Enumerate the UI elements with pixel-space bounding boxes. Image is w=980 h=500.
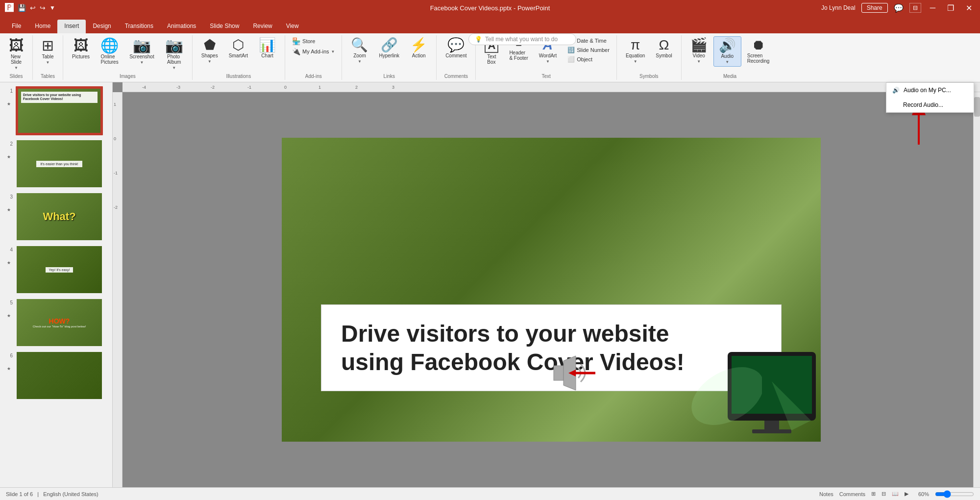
slide-image-6[interactable] [16,351,103,400]
share-button[interactable]: Share [861,3,888,13]
minimize-btn[interactable]: ─ [927,2,938,13]
comment-button[interactable]: 💬 Comment [441,36,471,60]
restore-btn[interactable]: ❐ [944,2,957,14]
comments-group-label: Comments [444,74,468,79]
equation-button[interactable]: π Equation ▼ [621,36,650,66]
slide-star-4: ★ [7,260,11,265]
smartart-icon: ⬡ [232,38,244,52]
slide-thumb-6[interactable]: 6 ★ [4,351,108,400]
zoom-button[interactable]: 🔍 Zoom ▼ [346,36,373,66]
record-audio-item[interactable]: Record Audio... [886,98,974,112]
slide-sorter-btn[interactable]: ⊟ [882,491,886,497]
ribbon-display-btn[interactable]: ⊟ [909,3,921,13]
slide-image-1[interactable]: Drive visitors to your website using Fac… [16,86,103,135]
window-controls: Jo Lynn Deal Share 💬 ⊟ ─ ❐ ✕ [821,2,975,14]
slide-thumb-4[interactable]: 4 ★ Yep! It's easy! [4,245,108,294]
audio-button[interactable]: 🔊 Audio ▼ [713,36,741,67]
slide-number-button[interactable]: 🔢 Slide Number [564,46,612,54]
comments-button[interactable]: Comments [839,491,865,497]
record-audio-label: Record Audio... [892,101,943,108]
action-label: Action [412,53,426,58]
tab-animations[interactable]: Animations [160,20,203,33]
speaker-icon: 🔊 [892,87,900,94]
table-dropdown-arrow: ▼ [46,60,50,65]
slide-thumb-3[interactable]: 3 ★ What? [4,192,108,241]
main-area: 1 ★ Drive visitors to your website using… [0,82,980,487]
hyperlink-label: Hyperlink [379,53,399,58]
comments-icon[interactable]: 💬 [894,3,904,13]
online-pictures-button[interactable]: 🌐 OnlinePictures [96,36,123,67]
object-button[interactable]: ⬜ Object [564,55,612,64]
tab-insert[interactable]: Insert [57,20,86,33]
svg-rect-2 [554,366,564,380]
ribbon-group-symbols: π Equation ▼ Ω Symbol Symbols [617,35,682,80]
slide-thumb-5[interactable]: 5 ★ HOW? Check out our "How-To" blog pos… [4,298,108,347]
quick-access-redo[interactable]: ↪ [40,4,46,12]
slide-canvas: Drive visitors to your website using Fac… [122,92,980,487]
action-button[interactable]: ⚡ Action [405,36,432,60]
video-button[interactable]: 🎬 Video ▼ [686,36,712,66]
photo-album-button[interactable]: 📷 PhotoAlbum ▼ [160,36,188,72]
new-slide-button[interactable]: 🖼 NewSlide ▼ [4,36,28,72]
tab-transitions[interactable]: Transitions [118,20,160,33]
shapes-icon: ⬟ [204,38,216,52]
tab-review[interactable]: Review [246,20,279,33]
slideshow-btn[interactable]: ▶ [905,491,908,497]
symbol-button[interactable]: Ω Symbol [651,36,677,60]
tell-me-bar[interactable]: 💡 Tell me what you want to do [468,33,576,45]
chart-button[interactable]: 📊 Chart [254,36,281,60]
audio-dropdown-menu: 🔊 Audio on My PC... Record Audio... [886,82,974,113]
tab-file[interactable]: File [5,20,28,33]
smartart-button[interactable]: ⬡ SmartArt [224,36,253,60]
hyperlink-button[interactable]: 🔗 Hyperlink [374,36,404,60]
addins-group-label: Add-ins [305,74,322,79]
screen-recording-button[interactable]: ⏺ ScreenRecording [742,36,775,66]
my-addins-button[interactable]: 🔌 My Add-ins ▼ [289,47,338,56]
images-group-label: Images [120,74,136,79]
quick-access-save[interactable]: 💾 [18,4,26,12]
canvas-area: -4 -3 -2 -1 0 1 2 3 1 0 -1 -2 [113,82,980,487]
slide-image-2[interactable]: It's easier than you think! [16,139,103,188]
slide-thumb-2[interactable]: 2 ★ It's easier than you think! [4,139,108,188]
chart-label: Chart [261,53,273,58]
store-button[interactable]: 🏪 Store [289,36,338,46]
quick-access-undo[interactable]: ↩ [30,4,36,12]
my-addins-label: My Add-ins [302,49,329,54]
notes-button[interactable]: Notes [819,491,833,497]
audio-on-pc-label: Audio on My PC... [904,87,951,94]
tab-design[interactable]: Design [86,20,118,33]
canvas-scrollbar[interactable] [973,92,980,487]
close-btn[interactable]: ✕ [963,2,975,14]
slide-image-4[interactable]: Yep! It's easy! [16,245,103,294]
ruler-top: -4 -3 -2 -1 0 1 2 3 [122,82,980,92]
ribbon-group-media: 🎬 Video ▼ 🔊 Audio ▼ ⏺ ScreenRecording Me… [682,35,779,80]
tell-me-text: Tell me what you want to do [485,36,558,43]
slide-image-5[interactable]: HOW? Check out our "How-To" blog post be… [16,298,103,347]
store-label: Store [302,38,315,44]
slide-image-3[interactable]: What? [16,192,103,241]
tab-home[interactable]: Home [28,20,57,33]
tab-slideshow[interactable]: Slide Show [203,20,246,33]
table-button[interactable]: ⊞ Table ▼ [37,36,59,67]
screenshot-button[interactable]: 📷 Screenshot ▼ [124,36,159,67]
ppt-logo-icon: 🅿 [5,3,14,13]
reading-view-btn[interactable]: 📖 [892,491,899,497]
photo-album-label: PhotoAlbum [167,54,181,65]
zoom-icon: 🔍 [351,38,368,52]
zoom-slider[interactable] [935,491,974,497]
status-bar: Slide 1 of 6 | English (United States) N… [0,487,980,500]
window-title: Facebook Cover Videos.pptx - PowerPoint [430,4,550,12]
pictures-button[interactable]: 🖼 Pictures [67,36,95,61]
audio-on-pc-item[interactable]: 🔊 Audio on My PC... [886,83,974,98]
slide-star-3: ★ [7,207,11,212]
tab-view[interactable]: View [279,20,306,33]
slide-star-5: ★ [7,313,11,318]
slide-thumb-1[interactable]: 1 ★ Drive visitors to your website using… [4,86,108,135]
tables-group-label: Tables [41,74,55,79]
shapes-button[interactable]: ⬟ Shapes ▼ [196,36,223,66]
quick-access-more[interactable]: ▼ [49,4,55,11]
normal-view-btn[interactable]: ⊞ [871,491,876,497]
store-icon: 🏪 [292,37,300,45]
ribbon-group-slides: 🖼 NewSlide ▼ Slides [0,35,33,80]
screen-recording-label: ScreenRecording [747,53,770,64]
